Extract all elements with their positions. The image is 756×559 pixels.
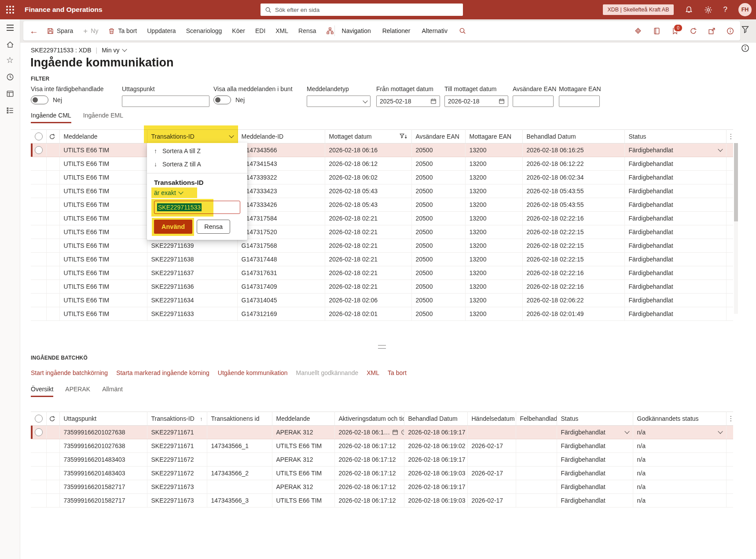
row-select-cell[interactable] [31, 212, 46, 225]
batch-link-start-ing-ende-batchk-rning[interactable]: Start ingående batchkörning [31, 369, 108, 376]
cell-transaktionens-id[interactable]: 147343566_1 [207, 439, 272, 453]
cell-aktiveringsdatum-och-tid[interactable]: 2026-02-18 06:17:12 [334, 494, 404, 508]
column-header-mottagare-ean[interactable]: Mottagare EAN [465, 130, 522, 143]
cell-mottagare-ean[interactable]: 13200 [465, 212, 522, 225]
cell-mottaget-datum[interactable]: 2026-02-18 02:01 [325, 307, 411, 321]
cell-felbehandlad[interactable] [516, 494, 557, 508]
refresh-icon[interactable] [690, 27, 697, 35]
column-header-felbehandlad[interactable]: Felbehandlad [516, 412, 557, 426]
cell-h-ndelsedatum[interactable]: 2026-02-17 [467, 439, 516, 453]
grid-more-icon[interactable]: ⋮ [726, 130, 733, 143]
cell-meddelande[interactable]: APERAK 312 [272, 453, 334, 467]
cell-aktiveringsdatum-och-tid[interactable]: 2026-02-18 06:17:12 [334, 453, 404, 467]
uttagspunkt-input[interactable] [122, 96, 209, 107]
cell-behandlad-datum[interactable]: 2026-02-18 02:22:16 [522, 280, 624, 294]
row-select-cell[interactable] [31, 171, 46, 184]
cell-behandlad-datum[interactable]: 2026-02-18 06:02:34 [522, 171, 624, 184]
table-row[interactable]: 735999166201582717SKE229711673APERAK 312… [31, 480, 733, 494]
cell-mottaget-datum[interactable]: 2026-02-18 05:43 [325, 184, 411, 198]
cell-felbehandlad[interactable] [516, 453, 557, 467]
cell-avs-ndare-ean[interactable]: 20500 [411, 266, 465, 280]
cell-uttagspunkt[interactable]: 735999166201483403 [59, 467, 147, 480]
tab-oversikt[interactable]: Översikt [31, 386, 53, 397]
filter-value-input[interactable]: SKE229711533 [154, 201, 240, 214]
row-select-cell[interactable] [31, 198, 46, 212]
cell-mottagare-ean[interactable]: 13200 [465, 280, 522, 294]
receiver-ean-input[interactable] [559, 96, 600, 107]
calendar-icon[interactable] [499, 98, 505, 104]
cell-meddelande[interactable]: UTILTS E66 TIM [59, 157, 147, 171]
hamburger-icon[interactable] [0, 25, 20, 31]
cell-transaktions-id[interactable]: SKE229711638 [147, 253, 237, 266]
cell-status[interactable]: Färdigbehandlat [624, 239, 726, 253]
table-row[interactable]: UTILTS E66 TIMSKE229711634G1473140452026… [31, 294, 733, 307]
column-header-transaktionens-id[interactable]: Transaktionens id [207, 412, 272, 426]
cell-avs-ndare-ean[interactable]: 20500 [411, 212, 465, 225]
cell-avs-ndare-ean[interactable]: 20500 [411, 157, 465, 171]
cell-meddelande[interactable]: UTILTS E66 TIM [59, 280, 147, 294]
column-header-uttagspunkt[interactable]: Uttagspunkt [59, 412, 147, 426]
sender-ean-input[interactable] [513, 96, 554, 107]
row-select-cell[interactable] [31, 157, 46, 171]
cell-status[interactable]: Färdigbehandlat [624, 157, 726, 171]
tab-allmant[interactable]: Allmänt [102, 386, 123, 397]
table-row[interactable]: 735999166201483403SKE229711672147343566_… [31, 467, 733, 480]
row-select-cell[interactable] [31, 307, 46, 321]
cell-behandlad-datum[interactable]: 2026-02-18 06:12:22 [522, 157, 624, 171]
cell-mottagare-ean[interactable]: 13200 [465, 198, 522, 212]
cell-status[interactable]: Färdigbehandlat [624, 171, 726, 184]
sort-descending-item[interactable]: ↓ Sortera Z till A [147, 158, 247, 171]
cell-godk-nnandets-status[interactable]: n/a [633, 453, 726, 467]
cell-transaktions-id[interactable]: SKE229711672 [147, 453, 207, 467]
cell-felbehandlad[interactable] [516, 439, 557, 453]
record-id[interactable]: SKE229711533 : XDB [31, 47, 92, 54]
from-date-input[interactable]: 2025-02-18 [376, 96, 440, 107]
cell-meddelande[interactable]: UTILTS E66 TIM [59, 266, 147, 280]
cell-uttagspunkt[interactable]: 735999166201582717 [59, 480, 147, 494]
cell-meddelande[interactable]: UTILTS E66 TIM [272, 494, 334, 508]
cell-behandlad-datum[interactable]: 2026-02-18 02:22:16 [522, 266, 624, 280]
modules-list-icon[interactable] [0, 107, 20, 114]
action-spara[interactable]: Spara [47, 27, 73, 34]
clear-button[interactable]: Rensa [197, 220, 230, 234]
cell-avs-ndare-ean[interactable]: 20500 [411, 280, 465, 294]
cell-transaktionens-id[interactable]: 147343566_3 [207, 494, 272, 508]
table-row[interactable]: UTILTS E66 TIMG1473334262026-02-18 05:43… [31, 198, 733, 212]
row-select-cell[interactable] [31, 143, 46, 157]
row-select-cell[interactable] [31, 453, 46, 467]
column-header-mottaget-datum[interactable]: Mottaget datum [325, 130, 411, 143]
row-select-cell[interactable] [31, 184, 46, 198]
environment-badge[interactable]: XDB | Skellefteå Kraft AB [603, 4, 673, 15]
cell-mottaget-datum[interactable]: 2026-02-18 02:21 [325, 239, 411, 253]
cell-behandlad-datum[interactable]: 2026-02-18 02:01:49 [522, 307, 624, 321]
meddelandetyp-select[interactable] [307, 96, 371, 107]
cell-godk-nnandets-status[interactable]: n/a [633, 467, 726, 480]
cell-meddelande[interactable]: APERAK 312 [272, 426, 334, 439]
cell-mottaget-datum[interactable]: 2026-02-18 02:21 [325, 280, 411, 294]
cell-mottagare-ean[interactable]: 13200 [465, 143, 522, 157]
cell-transaktions-id[interactable]: SKE229711636 [147, 280, 237, 294]
cell-behandlad-datum[interactable]: 2026-02-18 02:22:15 [522, 225, 624, 239]
table-row[interactable]: UTILTS E66 TIMG1473175202026-02-18 02:21… [31, 225, 733, 239]
cell-transaktions-id[interactable]: SKE229711633 [147, 307, 237, 321]
cell-uttagspunkt[interactable]: 735999166201582717 [59, 494, 147, 508]
table-row[interactable]: 735999166201027638SKE229711671APERAK 312… [31, 426, 733, 439]
cell-avs-ndare-ean[interactable]: 20500 [411, 294, 465, 307]
cell-mottaget-datum[interactable]: 2026-02-18 02:06 [325, 294, 411, 307]
table-row[interactable]: UTILTS E66 TIMSKE229711633G1473121692026… [31, 307, 733, 321]
cell-status[interactable]: Färdigbehandlat [624, 184, 726, 198]
cell-felbehandlad[interactable] [516, 467, 557, 480]
action-xml[interactable]: XML [275, 27, 288, 34]
column-header-behandlad-datum[interactable]: Behandlad Datum [404, 412, 467, 426]
cell-behandlad-datum[interactable]: 2026-02-18 05:43:55 [522, 184, 624, 198]
table-row[interactable]: UTILTS E66 TIMG1473175842026-02-18 02:21… [31, 212, 733, 225]
row-select-cell[interactable] [31, 253, 46, 266]
action-scenariologg[interactable]: Scenariologg [186, 27, 222, 34]
cell-meddelande-id[interactable]: G147314045 [237, 294, 325, 307]
table-row[interactable]: 735999166201582717SKE229711673147343566_… [31, 494, 733, 508]
row-radio[interactable] [35, 428, 43, 436]
cell-avs-ndare-ean[interactable]: 20500 [411, 171, 465, 184]
cell-mottagare-ean[interactable]: 13200 [465, 184, 522, 198]
column-header-transaktions-id[interactable]: Transaktions-ID [147, 130, 237, 143]
action-edi[interactable]: EDI [255, 27, 265, 34]
